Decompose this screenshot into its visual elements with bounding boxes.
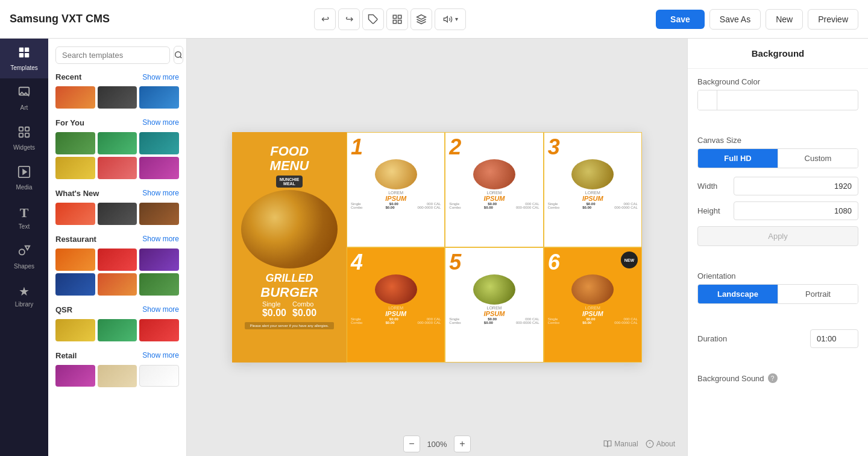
new-button[interactable]: New: [766, 9, 803, 30]
cell-food-img: [571, 274, 614, 305]
orientation-buttons: Landscape Portrait: [697, 284, 858, 304]
allergy-text: Please alert your server if you have any…: [245, 322, 333, 329]
undo-button[interactable]: ↩: [314, 8, 336, 30]
sidebar-item-library[interactable]: ★ Library: [0, 277, 48, 315]
template-thumb[interactable]: [55, 132, 95, 154]
template-thumb[interactable]: [139, 365, 179, 387]
sidebar-item-shapes[interactable]: Shapes: [0, 237, 48, 277]
for-you-show-more[interactable]: Show more: [142, 118, 179, 127]
about-link[interactable]: About: [646, 440, 675, 448]
landscape-button[interactable]: Landscape: [698, 285, 778, 303]
template-thumb[interactable]: [139, 132, 179, 154]
template-thumb[interactable]: [98, 273, 137, 296]
recent-section-header: Recent Show more: [55, 72, 179, 81]
width-input[interactable]: [734, 177, 858, 195]
svg-marker-5: [417, 14, 426, 19]
cell-food-img: [473, 159, 515, 189]
save-button[interactable]: Save: [656, 10, 705, 29]
template-thumb[interactable]: [55, 249, 95, 271]
template-thumb[interactable]: [98, 365, 137, 387]
template-thumb[interactable]: [98, 86, 137, 109]
tag-button[interactable]: [362, 8, 384, 30]
sound-section: Background Sound ?: [688, 365, 868, 391]
svg-rect-2: [398, 15, 401, 18]
right-panel-collapse-btn[interactable]: ›: [687, 235, 688, 259]
search-button[interactable]: [174, 46, 183, 64]
svg-rect-14: [19, 133, 23, 137]
template-thumb[interactable]: [55, 273, 95, 296]
restaurant-show-more[interactable]: Show more: [142, 235, 179, 243]
save-as-button[interactable]: Save As: [709, 9, 761, 30]
color-text-input[interactable]: [717, 92, 858, 109]
recent-show-more[interactable]: Show more: [142, 73, 179, 81]
sidebar-item-text[interactable]: T Text: [0, 198, 48, 237]
color-swatch[interactable]: [698, 90, 717, 110]
zoom-in-button[interactable]: +: [454, 435, 471, 452]
sidebar-item-media[interactable]: Media: [0, 158, 48, 198]
template-thumb[interactable]: [98, 132, 137, 154]
sidebar-label-shapes: Shapes: [14, 263, 34, 270]
template-thumb[interactable]: [55, 203, 95, 225]
qsr-show-more[interactable]: Show more: [142, 305, 179, 314]
template-thumb[interactable]: [139, 273, 179, 296]
recent-title: Recent: [55, 72, 81, 81]
retail-section-header: Retail Show more: [55, 351, 179, 360]
qsr-title: QSR: [55, 305, 72, 314]
height-input[interactable]: [734, 201, 858, 220]
template-thumb[interactable]: [98, 203, 137, 225]
template-thumb[interactable]: [139, 157, 179, 179]
sidebar-item-templates[interactable]: Templates: [0, 39, 48, 78]
library-icon: ★: [19, 284, 30, 299]
svg-line-20: [180, 57, 182, 59]
template-thumb[interactable]: [55, 365, 95, 387]
preview-button[interactable]: Preview: [808, 9, 858, 30]
cell-number: 1: [351, 136, 363, 158]
cell-food-img: [375, 274, 417, 305]
whats-new-section-header: What's New Show more: [55, 189, 179, 198]
template-thumb[interactable]: [55, 319, 95, 341]
custom-button[interactable]: Custom: [778, 149, 858, 168]
sidebar-item-widgets[interactable]: Widgets: [0, 118, 48, 158]
svg-rect-10: [25, 53, 29, 57]
zoom-out-button[interactable]: −: [403, 435, 420, 452]
cell-ipsum: IPSUM: [484, 310, 505, 317]
template-thumb[interactable]: [98, 157, 137, 179]
apply-button[interactable]: Apply: [697, 226, 858, 246]
cell-number: 2: [449, 136, 461, 158]
retail-show-more[interactable]: Show more: [142, 351, 179, 359]
search-input[interactable]: [55, 46, 170, 64]
zoom-level: 100%: [425, 440, 449, 449]
template-thumb[interactable]: [98, 249, 137, 271]
whats-new-show-more[interactable]: Show more: [142, 189, 179, 197]
portrait-button[interactable]: Portrait: [778, 285, 858, 303]
template-thumb[interactable]: [139, 249, 179, 271]
duration-input[interactable]: [810, 329, 858, 348]
canvas-wrapper[interactable]: FOODMENU MUNCHIEMEAL GRILLED BURGER Sing…: [232, 132, 642, 363]
svg-rect-13: [25, 127, 29, 131]
manual-link[interactable]: Manual: [603, 440, 638, 448]
template-thumb[interactable]: [139, 203, 179, 225]
layers-button[interactable]: [410, 8, 432, 30]
sidebar-item-art[interactable]: Art: [0, 78, 48, 118]
sound-label: Background Sound: [697, 374, 764, 383]
grid-button[interactable]: [386, 8, 408, 30]
template-thumb[interactable]: [98, 319, 137, 341]
template-thumb[interactable]: [55, 86, 95, 109]
recent-grid: [55, 86, 179, 109]
toolbar-group: ↩ ↪ ▾: [131, 8, 649, 30]
sound-button[interactable]: ▾: [435, 8, 466, 30]
orientation-label: Orientation: [697, 271, 858, 280]
template-thumb[interactable]: [55, 157, 95, 179]
full-hd-button[interactable]: Full HD: [698, 149, 778, 168]
restaurant-grid: [55, 249, 179, 296]
sidebar-label-widgets: Widgets: [13, 144, 35, 151]
redo-button[interactable]: ↪: [338, 8, 360, 30]
sound-help-icon[interactable]: ?: [768, 373, 778, 383]
bg-color-section: Background Color: [688, 69, 868, 127]
template-thumb[interactable]: [139, 86, 179, 109]
text-icon: T: [20, 205, 29, 221]
grilled-text: GRILLED: [266, 272, 313, 285]
svg-rect-7: [19, 48, 24, 52]
cell-food-img: [375, 159, 417, 189]
template-thumb[interactable]: [139, 319, 179, 341]
